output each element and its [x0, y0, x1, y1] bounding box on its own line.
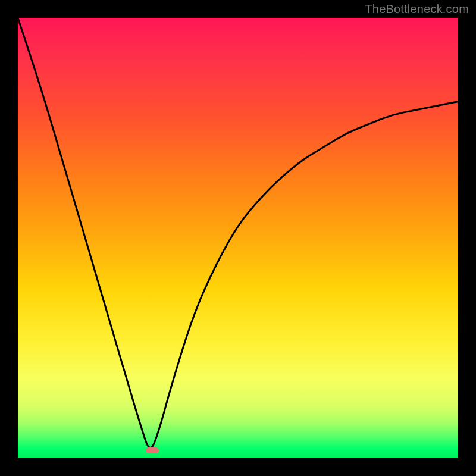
curve-path [18, 18, 458, 448]
chart-container: TheBottleneck.com [0, 0, 476, 476]
watermark-text: TheBottleneck.com [365, 2, 469, 16]
minimum-marker [146, 447, 159, 453]
plot-area [18, 18, 458, 458]
bottleneck-curve [18, 18, 458, 458]
